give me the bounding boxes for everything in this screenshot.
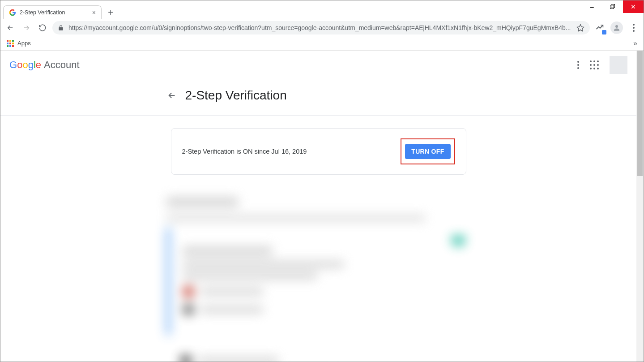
profile-button[interactable] [610, 22, 623, 34]
url-text: https://myaccount.google.com/u/0/signino… [68, 24, 572, 31]
google-apps-button[interactable] [590, 60, 599, 69]
minimize-icon: – [590, 3, 594, 10]
browser-toolbar: https://myaccount.google.com/u/0/signino… [0, 19, 644, 36]
window-controls: – ✕ [582, 0, 644, 13]
person-icon [613, 24, 621, 32]
arrow-right-icon [22, 24, 30, 32]
address-bar[interactable]: https://myaccount.google.com/u/0/signino… [52, 21, 590, 34]
page-title: 2-Step Verification [185, 88, 287, 103]
bookmarks-overflow-button[interactable]: » [633, 39, 637, 47]
divider [0, 115, 636, 116]
kebab-icon [577, 61, 579, 69]
apps-shortcut-icon[interactable] [7, 40, 14, 47]
lock-icon [58, 25, 64, 31]
close-icon: ✕ [631, 3, 636, 10]
window-minimize-button[interactable]: – [582, 0, 602, 13]
status-text: 2-Step Verification is ON since Jul 16, … [182, 148, 307, 155]
svg-rect-0 [610, 5, 614, 9]
account-avatar[interactable] [610, 56, 627, 74]
tab-close-icon[interactable]: × [92, 9, 96, 16]
scrollbar-thumb[interactable] [637, 51, 643, 176]
google-favicon-icon [9, 9, 16, 16]
tab-strip: 2-Step Verification × + [0, 4, 644, 19]
browser-menu-button[interactable] [627, 22, 640, 34]
reload-icon [38, 24, 47, 32]
titlebar [0, 0, 644, 4]
turn-off-highlight: TURN OFF [401, 138, 455, 164]
nav-back-button[interactable] [4, 22, 17, 34]
blurred-content [162, 197, 475, 362]
maximize-icon [610, 4, 615, 9]
page-back-button[interactable] [166, 90, 177, 101]
arrow-left-icon [6, 24, 14, 32]
google-account-logo[interactable]: Google Account [9, 59, 80, 71]
account-header: Google Account [0, 51, 636, 79]
nav-reload-button[interactable] [36, 22, 49, 34]
plus-icon: + [108, 8, 113, 18]
nav-forward-button[interactable] [20, 22, 33, 34]
bookmarks-bar: Apps » [0, 36, 644, 51]
window-maximize-button[interactable] [602, 0, 623, 13]
tab-title: 2-Step Verification [20, 9, 65, 16]
svg-rect-1 [611, 4, 615, 8]
svg-point-2 [615, 25, 618, 28]
browser-tab[interactable]: 2-Step Verification × [3, 5, 102, 19]
star-icon[interactable] [576, 24, 584, 32]
page-content: Google Account 2-Step Verification 2-Ste… [0, 51, 636, 362]
extension-button[interactable] [593, 22, 606, 34]
new-tab-button[interactable]: + [104, 6, 117, 19]
toolbar-right [593, 22, 640, 34]
arrow-left-icon [167, 90, 177, 100]
status-card: 2-Step Verification is ON since Jul 16, … [171, 128, 466, 175]
scrollbar[interactable] [636, 51, 644, 362]
apps-grid-icon [590, 60, 599, 69]
header-menu-button[interactable] [577, 61, 579, 69]
kebab-icon [633, 24, 635, 32]
account-text: Account [44, 59, 80, 71]
turn-off-button[interactable]: TURN OFF [405, 144, 450, 159]
window-close-button[interactable]: ✕ [623, 0, 644, 13]
apps-shortcut-label[interactable]: Apps [17, 40, 31, 47]
